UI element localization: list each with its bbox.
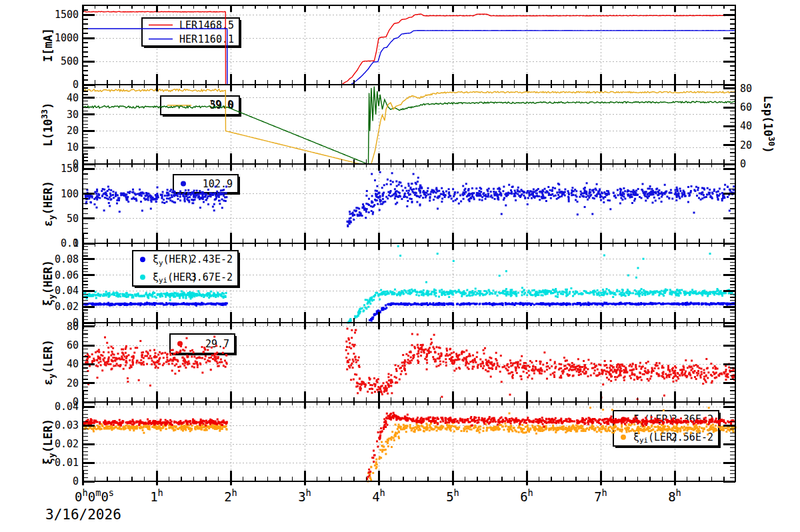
axis-title-luminosity: L(1033) [40, 103, 55, 147]
legend-value: 2.56E-2 [671, 431, 713, 443]
panel-emittance-her: 102.9050100150εy(HER) [41, 163, 735, 249]
y-tick-label: 0.1 [61, 237, 79, 249]
legend-dot-sample [181, 181, 186, 187]
y-tick-label: 0.04 [55, 401, 79, 413]
y-tick-label: 40 [67, 358, 79, 370]
x-tick-label: 5h [446, 487, 459, 504]
right-tick-label: 60 [740, 101, 752, 113]
legend-value: 1468.5 [198, 19, 234, 31]
legend-label: HER [179, 33, 198, 45]
y-tick-label: 100 [61, 188, 79, 200]
y-tick-label: 20 [67, 125, 79, 137]
y-tick-label: 150 [61, 163, 79, 175]
axis-title-xi-her: ξy(HER) [41, 260, 57, 306]
x-axis: 0h0m0s1h2h3h4h5h6h7h8h [75, 481, 681, 504]
legend-luminosity: 39.059.0 [161, 96, 241, 117]
legend-value: 29.7 [205, 338, 229, 350]
y-tick-label: 60 [67, 339, 79, 351]
legend-value: 1160.1 [198, 33, 234, 45]
legend-current: LER1468.5HER1160.1 [142, 18, 241, 48]
y-tick-label: 30 [67, 109, 79, 121]
y-tick-label: 0.02 [55, 301, 79, 313]
right-tick-label: 20 [740, 139, 752, 151]
right-tick-label: 40 [740, 120, 752, 132]
x-tick-label: 3h [298, 487, 311, 504]
y-tick-label: 80 [67, 321, 79, 333]
x-tick-label: 8h [668, 487, 681, 504]
axis-title-emittance-her: εy(HER) [41, 181, 57, 227]
panel-current: LER1468.5HER1160.1050010001500I[mA] [41, 5, 735, 91]
right-axis-title: Lsp(1030) [761, 95, 776, 153]
beam-monitor-chart: LER1468.5HER1160.1050010001500I[mA]39.05… [0, 0, 800, 532]
y-tick-label: 40 [67, 92, 79, 104]
x-tick-label: 1h [150, 487, 163, 504]
y-tick-label: 0 [73, 475, 79, 487]
panel-luminosity: 39.059.0010203040020406080Lsp(1030)L(103… [40, 83, 776, 170]
legend-dot-sample [621, 435, 626, 440]
y-tick-label: 1500 [55, 9, 79, 21]
right-tick-label: 0 [740, 158, 746, 170]
y-tick-label: 1000 [55, 32, 79, 44]
y-tick-label: 0.06 [55, 269, 79, 281]
legend-value: 2.43E-2 [191, 253, 233, 265]
x-tick-label: 7h [594, 487, 607, 504]
axis-title-xi-ler: ξy(LER) [41, 419, 57, 465]
axis-title-current: I[mA] [41, 28, 55, 62]
legend-value: 3.67E-2 [191, 271, 233, 283]
x-tick-label: 6h [520, 487, 533, 504]
legend-value: 59.0 [210, 99, 234, 111]
y-tick-label: 0 [73, 79, 79, 91]
y-tick-label: 0.03 [55, 419, 79, 431]
y-tick-label: 10 [67, 141, 79, 153]
axis-title-emittance-ler: εy(LER) [41, 339, 57, 385]
y-tick-label: 0.01 [55, 457, 79, 469]
x-tick-label: 2h [224, 487, 237, 504]
y-tick-label: 500 [61, 55, 79, 67]
legend-xi-her: ξy(HER)2.43E-2ξyi(HER)3.67E-2 [133, 251, 240, 288]
legend-emittance-her: 102.9 [173, 175, 240, 195]
panel-xi-her: ξy(HER)2.43E-2ξyi(HER)3.67E-200.020.040.… [41, 237, 736, 329]
legend-dot-sample [140, 257, 145, 262]
legend-label: LER [179, 19, 198, 31]
legend-dot-sample [140, 275, 145, 280]
legend-value: 102.9 [203, 178, 233, 190]
panel-xi-ler: ξy(LER)3.36E-2ξyi(LER)2.56E-200.010.020.… [41, 401, 737, 487]
x-tick-label: 0h0m0s [75, 487, 114, 504]
y-tick-label: 50 [67, 213, 79, 225]
x-tick-label: 4h [372, 487, 385, 504]
beam-monitor-page: LER1468.5HER1160.1050010001500I[mA]39.05… [0, 0, 800, 532]
y-tick-label: 0.02 [55, 438, 79, 450]
y-tick-label: 0.04 [55, 285, 79, 297]
y-tick-label: 20 [67, 377, 79, 389]
date-label: 3/16/2026 [45, 507, 121, 523]
panel-emittance-ler: 29.7020406080εy(LER) [41, 321, 735, 408]
right-tick-label: 80 [740, 83, 752, 95]
y-tick-label: 0.08 [55, 253, 79, 265]
